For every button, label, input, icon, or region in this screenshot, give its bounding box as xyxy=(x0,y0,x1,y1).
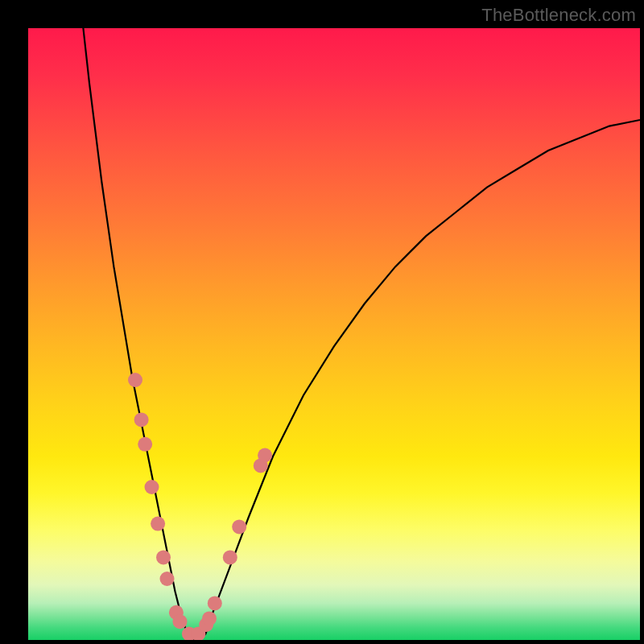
marker-dot xyxy=(128,373,142,387)
marker-dot xyxy=(151,517,165,531)
marker-dot xyxy=(156,550,171,564)
marker-dot xyxy=(232,519,246,534)
marker-dot xyxy=(202,611,217,625)
marker-dot xyxy=(138,437,152,452)
chart-overlay xyxy=(28,28,640,640)
watermark-text: TheBottleneck.com xyxy=(481,5,636,26)
marker-group xyxy=(128,373,272,640)
marker-dot xyxy=(258,448,272,463)
marker-dot xyxy=(145,480,159,494)
marker-dot xyxy=(223,550,237,564)
plot-area xyxy=(28,28,640,640)
bottleneck-curve xyxy=(83,28,640,640)
chart-stage: TheBottleneck.com xyxy=(0,0,644,644)
marker-dot xyxy=(208,596,222,610)
marker-dot xyxy=(173,614,188,629)
marker-dot xyxy=(134,412,149,427)
marker-dot xyxy=(160,572,175,586)
